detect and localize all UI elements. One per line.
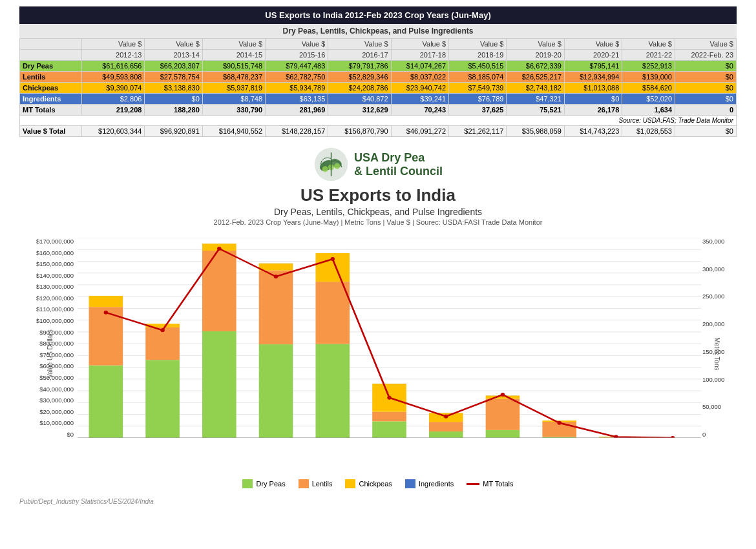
y-label-left: $60,000,000: [39, 362, 76, 369]
svg-point-89: [614, 435, 618, 438]
cell-value: $47,321: [507, 94, 564, 105]
cell-value: $7,549,739: [449, 83, 507, 94]
svg-rect-55: [429, 431, 463, 438]
mt-totals-cell: 0: [675, 105, 737, 116]
cell-value: $27,578,754: [145, 72, 202, 83]
legend-label: Dry Peas: [256, 480, 285, 488]
value-total-cell: $35,988,059: [507, 126, 564, 137]
cell-value: $0: [675, 94, 737, 105]
cell-value: $2,806: [82, 94, 145, 105]
cell-value: $6,672,339: [507, 61, 564, 72]
y-label-right: 250,000: [702, 293, 727, 300]
cell-value: $76,789: [449, 94, 507, 105]
cell-value: $40,872: [328, 94, 391, 105]
cell-value: $62,782,750: [266, 72, 328, 83]
legend-label: Lentils: [312, 480, 333, 488]
cell-value: $3,138,830: [145, 83, 202, 94]
year-header-2022: 2022-Feb. 23: [675, 50, 737, 61]
svg-point-81: [160, 328, 164, 332]
y-label-left: $140,000,000: [36, 272, 76, 279]
legend-color-box: [345, 479, 355, 488]
chart-svg: 2012-132013-142014-152015-162016-172017-…: [78, 238, 701, 438]
svg-point-82: [217, 247, 221, 251]
cell-value: $5,937,819: [202, 83, 265, 94]
data-table: Value $ Value $ Value $ Value $ Value $ …: [19, 38, 737, 137]
header-value-label: Value $: [675, 39, 737, 50]
svg-point-86: [444, 415, 448, 419]
mt-totals-row: MT Totals219,208188,280330,790281,969312…: [20, 105, 737, 116]
y-label-right: 350,000: [702, 238, 727, 245]
header-row-2: 2012-13 2013-14 2014-15 2015-16 2016-17 …: [20, 50, 737, 61]
cell-value: $5,450,515: [449, 61, 507, 72]
svg-rect-51: [372, 412, 406, 422]
year-header-2017: 2017-18: [391, 50, 448, 61]
cell-value: $61,616,656: [82, 61, 145, 72]
value-total-cell: $1,028,553: [622, 126, 675, 137]
header-value-label: Value $: [507, 39, 564, 50]
svg-rect-45: [315, 344, 350, 438]
row-label: Ingredients: [20, 94, 82, 105]
table-row: Ingredients$2,806$0$8,748$63,135$40,872$…: [20, 94, 737, 105]
chart-container: Value US Dollars $170,000,000$160,000,00…: [19, 231, 737, 477]
chart-section: USA Dry Pea & Lentil Council US Exports …: [0, 140, 756, 495]
value-total-cell: $14,743,223: [564, 126, 622, 137]
year-header-2013: 2013-14: [145, 50, 202, 61]
cell-value: $1,013,088: [564, 83, 622, 94]
cell-value: $9,390,074: [82, 83, 145, 94]
legend-item: Chickpeas: [345, 479, 392, 488]
y-label-left: $80,000,000: [39, 340, 76, 347]
source-text: Source: USDA:FAS; Trade Data Monitor: [20, 116, 737, 126]
y-label-left: $10,000,000: [39, 419, 76, 426]
y-label-left: $70,000,000: [39, 351, 76, 358]
cell-value: $8,037,022: [391, 72, 448, 83]
y-label-left: $150,000,000: [36, 260, 76, 267]
legend-label: Ingredients: [419, 480, 454, 488]
value-total-cell: $0: [675, 126, 737, 137]
cell-value: $5,934,789: [266, 83, 328, 94]
value-total-cell: $156,870,790: [328, 126, 391, 137]
svg-rect-41: [259, 271, 293, 344]
value-total-cell: $96,920,891: [145, 126, 202, 137]
blank-header: [20, 50, 82, 61]
y-label-right: 100,000: [702, 376, 727, 383]
row-label: Dry Peas: [20, 61, 82, 72]
y-label-left: $0: [67, 431, 76, 438]
header-value-label: Value $: [202, 39, 265, 50]
svg-rect-35: [202, 331, 236, 438]
year-header-2021: 2021-22: [622, 50, 675, 61]
cell-value: $584,620: [622, 83, 675, 94]
y-label-left: $170,000,000: [36, 238, 76, 245]
table-title: US Exports to India 2012-Feb 2023 Crop Y…: [19, 6, 737, 24]
y-label-right: 0: [702, 431, 708, 438]
y-axis-left: $170,000,000$160,000,000$150,000,000$140…: [19, 238, 76, 438]
mt-totals-cell: 70,243: [391, 105, 448, 116]
cell-value: $63,135: [266, 94, 328, 105]
svg-point-85: [387, 396, 391, 400]
svg-rect-25: [89, 366, 123, 438]
cell-value: $2,743,182: [507, 83, 564, 94]
value-total-cell: $164,940,552: [202, 126, 265, 137]
cell-value: $795,141: [564, 61, 622, 72]
header-value-label: Value $: [328, 39, 391, 50]
y-label-left: $160,000,000: [36, 249, 76, 256]
y-axis-right-title: Metric Tons: [713, 338, 720, 371]
value-total-row: Value $ Total$120,603,344$96,920,891$164…: [20, 126, 737, 137]
year-header-2016: 2016-17: [328, 50, 391, 61]
cell-value: $0: [675, 61, 737, 72]
cell-value: $90,515,748: [202, 61, 265, 72]
mt-totals-cell: 26,178: [564, 105, 622, 116]
mt-totals-cell: 281,969: [266, 105, 328, 116]
year-header-2018: 2018-19: [449, 50, 507, 61]
header-value-label: Value $: [564, 39, 622, 50]
header-value-label: Value $: [622, 39, 675, 50]
cell-value: $66,203,307: [145, 61, 202, 72]
table-row: Chickpeas$9,390,074$3,138,830$5,937,819$…: [20, 83, 737, 94]
year-header-2020: 2020-21: [564, 50, 622, 61]
cell-value: $0: [675, 83, 737, 94]
svg-rect-27: [89, 296, 123, 307]
footer-path: Public/Dept_Industry Statistics/UES/2024…: [0, 495, 756, 508]
svg-point-5: [334, 163, 340, 169]
svg-point-83: [274, 274, 278, 278]
cell-value: $79,791,786: [328, 61, 391, 72]
header-value-label: Value $: [145, 39, 202, 50]
